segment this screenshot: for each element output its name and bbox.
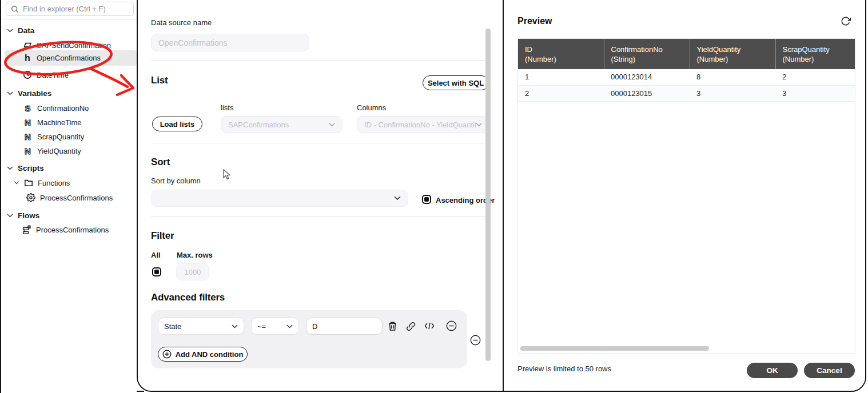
- cell: 0000123014: [604, 69, 690, 85]
- search-icon: [11, 5, 19, 13]
- add-and-condition-label: Add AND condition: [176, 350, 244, 359]
- tree-item-label: ScrapQuantity: [37, 133, 84, 141]
- cell: 0000123015: [604, 85, 690, 101]
- chevron-down-icon: [394, 196, 401, 200]
- svg-text:N: N: [25, 146, 31, 156]
- column-header-yieldquantity: YieldQuantity(Number): [690, 39, 775, 69]
- table-row: 2 0000123015 3 3: [518, 85, 855, 101]
- max-rows-label: Max. rows: [177, 251, 213, 259]
- sidebar-item-machinetime[interactable]: N MachineTime: [1, 115, 137, 130]
- columns-label: Columns: [357, 103, 386, 112]
- delete-filter-button[interactable]: [388, 321, 397, 331]
- select-with-sql-button[interactable]: Select with SQL: [423, 75, 489, 90]
- chevron-down-icon: [286, 324, 293, 328]
- form-scrollbar[interactable]: [485, 29, 491, 361]
- svg-text:h: h: [25, 54, 30, 63]
- svg-text:N: N: [25, 118, 31, 127]
- tree-item-label: Functions: [38, 179, 70, 187]
- remove-filter-group-button[interactable]: [470, 335, 481, 346]
- columns-dropdown[interactable]: ID - ConfirmationNo - YieldQuantit: [357, 116, 489, 133]
- max-rows-input[interactable]: 1000: [176, 263, 209, 280]
- sidebar-item-scrapquantity[interactable]: N ScrapQuantity: [1, 129, 137, 144]
- app-window: Data SAPSendConfirmation h OpenConfirmat…: [0, 0, 868, 393]
- cancel-button[interactable]: Cancel: [804, 363, 855, 378]
- code-button[interactable]: [424, 322, 435, 330]
- preview-heading: Preview: [517, 16, 552, 26]
- preview-limit-note: Preview is limited to 50 rows: [517, 364, 611, 373]
- filter-field-dropdown[interactable]: State: [158, 318, 244, 335]
- lists-dropdown-value: SAPConfirmations: [228, 121, 289, 129]
- preview-horizontal-scrollbar[interactable]: [520, 346, 709, 351]
- preview-table: ID(Number) ConfirmationNo(String) YieldQ…: [518, 39, 855, 102]
- chevron-down-icon: [232, 324, 238, 328]
- cell: 2: [775, 69, 855, 85]
- filter-all-label: All: [151, 251, 161, 259]
- explorer-search[interactable]: [6, 2, 134, 16]
- column-header-id: ID(Number): [518, 39, 604, 69]
- sidebar-item-datetime[interactable]: DateTime: [1, 67, 137, 82]
- minus-circle-icon: [446, 320, 457, 331]
- ascending-order-checkbox[interactable]: [422, 195, 431, 204]
- filter-all-checkbox[interactable]: [152, 267, 161, 276]
- ok-button[interactable]: OK: [747, 363, 798, 378]
- section-label: Data: [18, 26, 34, 35]
- sidebar-item-functions[interactable]: Functions: [1, 175, 137, 190]
- sidebar-item-openconfirmations[interactable]: h OpenConfirmations: [5, 50, 137, 66]
- filter-operator-dropdown[interactable]: ~=: [251, 318, 299, 335]
- section-label: Scripts: [18, 164, 44, 173]
- refresh-icon: [841, 16, 851, 26]
- divider: [151, 60, 489, 61]
- chevron-down-icon: [14, 181, 19, 185]
- sort-by-column-dropdown[interactable]: [151, 190, 408, 207]
- string-variable-icon: S: [23, 103, 33, 113]
- chevron-down-icon: [7, 166, 13, 170]
- explorer-sidebar: Data SAPSendConfirmation h OpenConfirmat…: [1, 0, 137, 393]
- lists-dropdown[interactable]: SAPConfirmations: [221, 116, 343, 133]
- sidebar-item-processconfirmations-function[interactable]: ProcessConfirmations: [1, 190, 137, 205]
- data-source-name-label: Data source name: [151, 18, 212, 27]
- chevron-down-icon: [476, 123, 482, 127]
- columns-dropdown-value: ID - ConfirmationNo - YieldQuantit: [364, 121, 476, 129]
- tree-item-label: MachineTime: [37, 118, 82, 127]
- tree-item-label: YieldQuantity: [37, 147, 81, 155]
- remove-condition-button[interactable]: [446, 320, 457, 331]
- sidebar-item-confirmationno[interactable]: S ConfirmationNo: [1, 101, 137, 115]
- sidebar-item-processconfirmations-flow[interactable]: ProcessConfirmations: [1, 222, 137, 237]
- sidebar-section-variables[interactable]: Variables: [1, 86, 137, 101]
- preview-panel: Preview ID(Number) ConfirmationNo(String…: [503, 0, 865, 391]
- number-variable-icon: N: [23, 132, 33, 142]
- filter-operator-value: ~=: [257, 322, 266, 331]
- divider: [151, 216, 489, 217]
- data-source-dialog: Data source name List Select with SQL li…: [137, 0, 866, 392]
- tree-item-label: ProcessConfirmations: [36, 226, 109, 234]
- list-heading: List: [151, 75, 168, 86]
- cell: 1: [518, 69, 604, 85]
- mouse-cursor: [223, 169, 231, 181]
- advanced-filter-group: State ~=: [151, 310, 467, 368]
- sidebar-section-flows[interactable]: Flows: [1, 208, 137, 223]
- add-and-condition-button[interactable]: Add AND condition: [158, 347, 248, 362]
- sort-heading: Sort: [151, 157, 170, 168]
- tree-item-label: DateTime: [37, 71, 69, 79]
- tree-item-label: ConfirmationNo: [37, 104, 89, 113]
- chevron-down-icon: [7, 29, 13, 33]
- svg-text:S: S: [25, 103, 30, 113]
- sort-by-column-label: Sort by column: [151, 177, 201, 185]
- max-rows-value: 1000: [185, 268, 201, 276]
- sidebar-section-scripts[interactable]: Scripts: [1, 161, 137, 175]
- sidebar-section-data[interactable]: Data: [1, 23, 137, 38]
- number-variable-icon: N: [23, 118, 33, 127]
- search-input[interactable]: [23, 5, 129, 13]
- column-header-scrapquantity: ScrapQuantity(Number): [775, 39, 855, 69]
- preview-table-container: ID(Number) ConfirmationNo(String) YieldQ…: [517, 38, 855, 354]
- load-lists-button[interactable]: Load lists: [152, 117, 202, 131]
- filter-value-input[interactable]: [306, 318, 383, 335]
- trash-icon: [388, 321, 397, 331]
- svg-text:N: N: [25, 132, 31, 142]
- hub-list-icon: h: [23, 54, 32, 63]
- data-source-name-input[interactable]: [151, 34, 309, 51]
- link-variable-button[interactable]: [406, 322, 416, 331]
- refresh-button[interactable]: [841, 16, 851, 26]
- folder-icon: [24, 178, 33, 187]
- sidebar-item-yieldquantity[interactable]: N YieldQuantity: [1, 143, 137, 158]
